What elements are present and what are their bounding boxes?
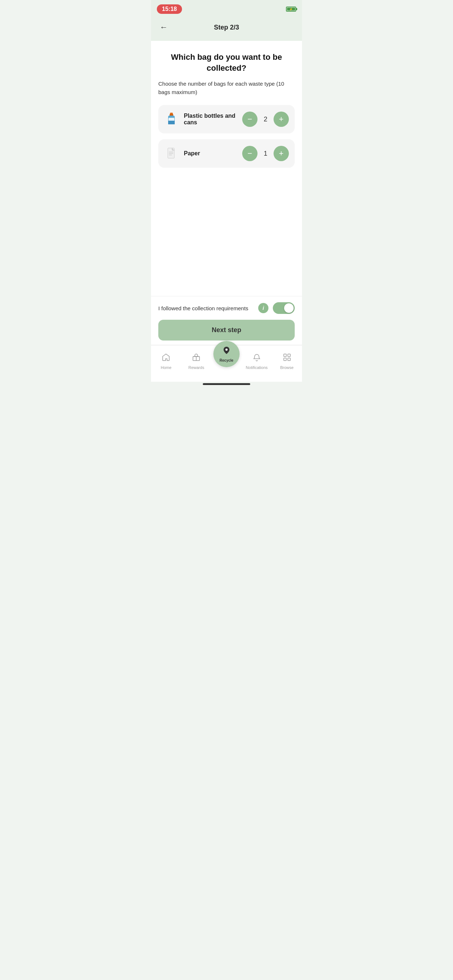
- svg-rect-14: [284, 358, 286, 361]
- collection-req-text: I followed the collection requirements: [158, 304, 258, 312]
- plastic-quantity-controls: − 2 +: [242, 111, 289, 127]
- header: ← Step 2/3: [151, 17, 302, 41]
- nav-label-rewards: Rewards: [188, 365, 204, 370]
- page-heading: Which bag do you want to be collected?: [158, 52, 295, 73]
- info-icon[interactable]: i: [258, 303, 268, 313]
- nav-item-notifications[interactable]: Notifications: [241, 353, 272, 370]
- svg-rect-13: [288, 354, 290, 356]
- collection-req-controls: i: [258, 302, 295, 314]
- bottom-section: I followed the collection requirements i…: [151, 296, 302, 345]
- browse-icon: [283, 353, 292, 364]
- waste-card-plastic: Plastic bottles and cans − 2 +: [158, 105, 295, 134]
- nav-item-home[interactable]: Home: [151, 353, 181, 370]
- battery-icon: ⚡: [286, 6, 296, 12]
- header-title: Step 2/3: [214, 24, 239, 31]
- recycle-icon: [222, 346, 231, 358]
- battery-bolt: ⚡: [289, 8, 293, 11]
- home-icon: [161, 353, 170, 364]
- recycle-fab[interactable]: Recycle: [214, 341, 239, 367]
- paper-label: Paper: [184, 150, 242, 157]
- nav-label-browse: Browse: [280, 365, 293, 370]
- svg-rect-15: [288, 358, 290, 361]
- nav-label-recycle: Recycle: [220, 358, 233, 363]
- svg-rect-5: [168, 123, 175, 124]
- nav-item-browse[interactable]: Browse: [272, 353, 302, 370]
- battery-body: ⚡: [286, 6, 296, 12]
- paper-icon: [164, 146, 179, 161]
- svg-rect-12: [284, 354, 286, 356]
- svg-point-11: [225, 348, 228, 351]
- notifications-icon: [252, 353, 261, 364]
- plastic-quantity: 2: [262, 116, 269, 123]
- plastic-increase-button[interactable]: +: [274, 111, 289, 127]
- paper-quantity-controls: − 1 +: [242, 146, 289, 161]
- toggle-knob: [284, 303, 293, 313]
- status-bar: 15:18 ⚡: [151, 0, 302, 17]
- status-time: 15:18: [157, 5, 182, 14]
- page-description: Choose the number of bags for each waste…: [158, 80, 295, 96]
- bottom-nav: Home Rewards Recycle: [151, 345, 302, 382]
- home-indicator: [203, 383, 250, 385]
- waste-card-paper: Paper − 1 +: [158, 139, 295, 168]
- plastic-bottle-icon: [164, 112, 179, 127]
- paper-increase-button[interactable]: +: [274, 146, 289, 161]
- plastic-label: Plastic bottles and cans: [184, 113, 242, 126]
- nav-item-recycle[interactable]: Recycle: [212, 348, 242, 374]
- nav-item-rewards[interactable]: Rewards: [181, 353, 212, 370]
- nav-label-notifications: Notifications: [246, 365, 268, 370]
- back-button[interactable]: ←: [158, 21, 169, 33]
- main-content: Which bag do you want to be collected? C…: [151, 41, 302, 296]
- collection-requirement: I followed the collection requirements i: [158, 302, 295, 314]
- collection-toggle[interactable]: [273, 302, 295, 314]
- nav-label-home: Home: [161, 365, 171, 370]
- next-step-button[interactable]: Next step: [158, 320, 295, 340]
- paper-quantity: 1: [262, 150, 269, 158]
- paper-decrease-button[interactable]: −: [242, 146, 257, 161]
- rewards-icon: [192, 353, 201, 364]
- plastic-decrease-button[interactable]: −: [242, 111, 257, 127]
- battery-fill: ⚡: [287, 8, 295, 11]
